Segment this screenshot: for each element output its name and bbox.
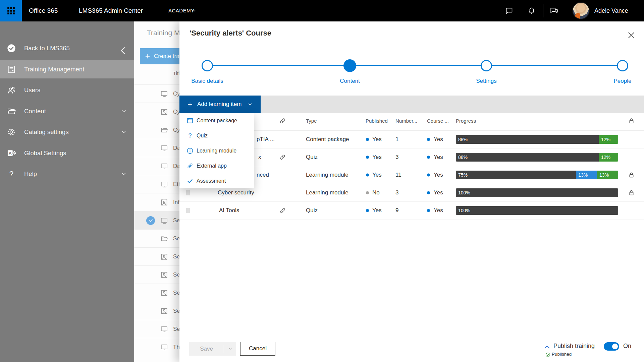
training-list-row[interactable]: Cy <box>134 103 179 121</box>
sidebar-item-users[interactable]: Users <box>0 81 134 99</box>
training-list-row[interactable]: Cy <box>134 121 179 139</box>
training-list-row[interactable]: Da <box>134 139 179 157</box>
lock-icon[interactable] <box>628 189 635 196</box>
chevron-down-icon[interactable] <box>121 108 127 114</box>
training-list-row[interactable]: Eth <box>134 175 179 193</box>
training-list-row[interactable]: Se <box>134 247 179 265</box>
sidebar-item-training-management[interactable]: Training Management <box>0 60 134 78</box>
tenant-selector[interactable]: ACADEMY <box>168 0 195 21</box>
training-list-row[interactable]: Th <box>134 338 179 356</box>
sidebar: Back to LMS365 Training Management Users… <box>0 21 134 362</box>
selected-check-icon <box>146 216 155 225</box>
folder-icon <box>160 126 168 134</box>
step-circle-basic-details[interactable] <box>202 60 213 71</box>
brand-office365[interactable]: Office 365 <box>29 0 58 21</box>
step-label-basic-details[interactable]: Basic details <box>184 78 231 84</box>
sidebar-item-catalog-settings[interactable]: Catalog settings <box>0 123 134 141</box>
topbar-divider <box>543 4 543 17</box>
course-panel: 'Security alerts' Course Basic details C… <box>179 21 644 362</box>
column-header-course[interactable]: Course ... <box>427 118 449 124</box>
app-launcher-button[interactable] <box>0 0 22 21</box>
step-label-settings[interactable]: Settings <box>463 78 510 84</box>
training-list-row[interactable]: Se <box>134 284 179 302</box>
lock-column-icon[interactable] <box>628 117 635 124</box>
training-list-row[interactable]: Da <box>134 157 179 175</box>
link-icon[interactable] <box>279 154 286 161</box>
link-icon[interactable] <box>279 207 286 214</box>
course-dot <box>427 209 430 212</box>
plus-icon <box>145 53 151 59</box>
save-button[interactable]: Save <box>189 342 236 356</box>
menu-item-learning-module[interactable]: Learning module <box>179 143 254 158</box>
lock-icon[interactable] <box>628 172 635 179</box>
close-icon[interactable] <box>627 31 636 40</box>
progress-bar: 88%12% <box>456 153 618 162</box>
publish-collapse-icon[interactable] <box>543 343 551 351</box>
step-label-content[interactable]: Content <box>326 78 373 84</box>
add-learning-item-menu: Content package Quiz Learning module Ext… <box>179 113 254 188</box>
add-learning-item-button[interactable]: Add learning item <box>179 96 261 113</box>
folder-icon <box>160 235 168 242</box>
monitor-icon <box>160 325 168 333</box>
step-circle-settings[interactable] <box>481 60 492 71</box>
tenant-chevron-down-icon[interactable] <box>192 9 196 13</box>
create-training-button[interactable]: Create tra <box>140 48 179 64</box>
progress-bar: 75%13%13% <box>456 171 618 179</box>
product-title[interactable]: LMS365 Admin Center <box>79 0 143 21</box>
published-dot <box>366 191 369 194</box>
step-circle-content[interactable] <box>343 59 356 72</box>
column-header-type[interactable]: Type <box>306 118 317 124</box>
chevron-down-icon[interactable] <box>121 129 127 135</box>
link-column-icon[interactable] <box>279 117 286 124</box>
notifications-button[interactable] <box>523 0 540 21</box>
person-icon <box>160 198 168 206</box>
training-list-row[interactable]: Se <box>134 320 179 338</box>
column-header-title[interactable]: Titl <box>173 70 179 76</box>
training-list-row[interactable]: Se <box>134 265 179 284</box>
cancel-button[interactable]: Cancel <box>240 342 275 356</box>
progress-segment: 88% <box>456 135 599 144</box>
external-app-icon <box>186 162 194 169</box>
step-label-people[interactable]: People <box>599 78 644 84</box>
drag-handle-icon[interactable] <box>186 190 190 195</box>
column-header-published[interactable]: Published <box>366 118 388 124</box>
menu-item-quiz[interactable]: Quiz <box>179 128 254 143</box>
menu-item-external-app[interactable]: External app <box>179 158 254 173</box>
column-header-progress[interactable]: Progress <box>456 118 476 124</box>
training-list-row[interactable]: Se <box>134 211 179 229</box>
table-row[interactable]: AI Tools Quiz Yes 9 Yes 100% <box>179 202 644 220</box>
monitor-icon <box>160 90 168 98</box>
training-list-row[interactable]: Se <box>134 229 179 247</box>
learning-module-icon <box>186 147 194 154</box>
sidebar-item-content[interactable]: Content <box>0 102 134 120</box>
gear-icon <box>7 127 16 137</box>
feedback-button[interactable] <box>545 0 563 21</box>
training-list-row[interactable]: Inf <box>134 193 179 211</box>
chevron-down-icon[interactable] <box>121 171 127 177</box>
progress-segment: 13% <box>597 171 618 179</box>
column-header-number[interactable]: Number... <box>395 118 417 124</box>
progress-segment: 100% <box>456 206 618 215</box>
publish-toggle[interactable] <box>604 342 619 351</box>
progress-segment: 12% <box>599 153 618 162</box>
menu-item-assessment[interactable]: Assessment <box>179 173 254 188</box>
stepper-line <box>207 65 623 66</box>
person-icon <box>160 253 168 260</box>
published-dot <box>366 209 369 212</box>
sidebar-item-back-to-lms365[interactable]: Back to LMS365 <box>0 39 134 57</box>
drag-handle-icon[interactable] <box>186 208 190 213</box>
avatar[interactable] <box>572 2 590 19</box>
menu-item-content-package[interactable]: Content package <box>179 113 254 128</box>
training-list-row[interactable]: Se <box>134 302 179 320</box>
training-list-row[interactable]: Cy <box>134 84 179 103</box>
user-name[interactable]: Adele Vance <box>594 0 628 21</box>
monitor-icon <box>160 217 168 224</box>
sidebar-item-global-settings[interactable]: Global Settings <box>0 144 134 162</box>
published-dot <box>366 174 369 177</box>
sidebar-item-help[interactable]: Help <box>0 165 134 183</box>
page-title: Training M <box>147 29 179 37</box>
chat-button[interactable] <box>500 0 518 21</box>
save-menu-button[interactable] <box>224 342 236 356</box>
step-circle-people[interactable] <box>617 60 628 71</box>
progress-segment: 12% <box>599 135 618 144</box>
